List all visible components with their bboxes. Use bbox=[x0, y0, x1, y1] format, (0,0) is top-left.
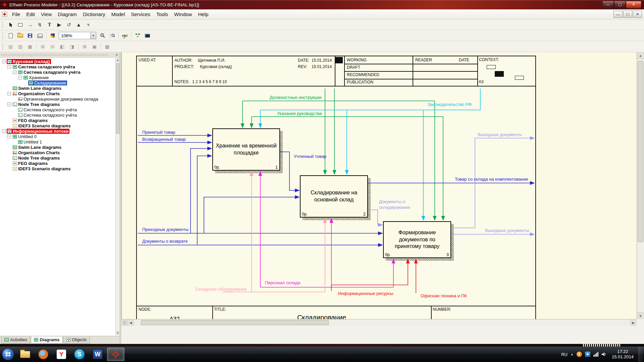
arrow-label[interactable]: Документы о складировании bbox=[379, 199, 417, 210]
arrow-label[interactable]: Возвращенный товар bbox=[142, 137, 186, 142]
maximize-button[interactable]: ▢ bbox=[614, 1, 626, 8]
activity-box-2[interactable]: Складирование на основной склад 0р. 2 bbox=[300, 175, 368, 218]
tab-objects[interactable]: Objects bbox=[63, 337, 90, 344]
scroll-thumb[interactable] bbox=[116, 63, 119, 134]
tree-item[interactable]: Система складского учёта bbox=[0, 112, 120, 118]
toolbar-grip[interactable] bbox=[2, 21, 4, 28]
triangle-up-icon[interactable]: ▲ bbox=[74, 20, 83, 29]
zoom-in-icon[interactable] bbox=[98, 32, 107, 40]
toolbar3-icon-3[interactable]: ▦ bbox=[25, 43, 35, 51]
toolbar-grip[interactable] bbox=[2, 32, 4, 39]
notification-icon[interactable]: i bbox=[577, 352, 582, 357]
taskbar-firefox[interactable] bbox=[35, 348, 52, 361]
start-button[interactable] bbox=[2, 348, 14, 360]
collapse-icon[interactable]: − bbox=[13, 70, 16, 74]
mechanism-arrows-red[interactable] bbox=[331, 259, 416, 293]
tree-item[interactable]: −Курсовая (склад) bbox=[0, 59, 120, 64]
menu-tools[interactable]: Tools bbox=[153, 10, 171, 19]
tree-item[interactable]: Node Tree diagrams bbox=[0, 155, 120, 161]
menu-help[interactable]: Help bbox=[195, 10, 211, 19]
color-palette-icon[interactable] bbox=[48, 32, 57, 40]
toolbar3-icon-5[interactable]: ⊟ bbox=[48, 43, 57, 51]
collapse-icon[interactable]: − bbox=[18, 76, 22, 79]
tab-diagrams[interactable]: Diagrams bbox=[31, 337, 62, 344]
toolbar3-icon-4[interactable]: ⊞ bbox=[38, 43, 47, 51]
menu-edit[interactable]: Edit bbox=[23, 10, 38, 19]
mdi-minimize-button[interactable]: — bbox=[613, 11, 623, 18]
diagram-canvas[interactable]: USED AT: AUTHOR: Щетников П.И. PROJECT: … bbox=[121, 52, 637, 319]
print-icon[interactable] bbox=[35, 32, 44, 40]
triangle-down-icon[interactable]: ▼ bbox=[84, 20, 93, 29]
arrow-label[interactable]: Выходные документы bbox=[478, 132, 522, 137]
arrow-label[interactable]: Законодательство РФ bbox=[427, 102, 472, 107]
tree-item[interactable]: −Organization Charts bbox=[0, 91, 120, 96]
collapse-icon[interactable]: − bbox=[7, 92, 11, 96]
collapse-icon[interactable]: − bbox=[7, 65, 11, 69]
tray-app-icon[interactable] bbox=[585, 352, 590, 357]
select-tool-icon[interactable] bbox=[6, 20, 15, 29]
vertical-scrollbar[interactable]: ▲ ▼ bbox=[637, 52, 644, 319]
menu-view[interactable]: View bbox=[38, 10, 55, 19]
tree-item[interactable]: FEO diagrams bbox=[0, 161, 120, 166]
collapse-icon[interactable]: − bbox=[2, 60, 6, 63]
activity-box-tool-icon[interactable] bbox=[16, 20, 25, 29]
display-options-icon[interactable] bbox=[143, 32, 152, 40]
taskbar-word[interactable]: W bbox=[89, 348, 106, 361]
document-arrows-lavender[interactable] bbox=[368, 138, 534, 234]
zoom-dropdown-icon[interactable]: ▼ bbox=[90, 32, 96, 39]
scroll-thumb[interactable] bbox=[638, 61, 643, 242]
network-icon[interactable] bbox=[593, 352, 598, 357]
tree-item[interactable]: −Система складского учёта bbox=[0, 69, 120, 75]
taskbar-explorer[interactable] bbox=[16, 348, 34, 361]
collapse-icon[interactable]: − bbox=[2, 129, 6, 133]
tray-expand-icon[interactable]: ▲ bbox=[571, 353, 574, 356]
menu-dictionary[interactable]: Dictionary bbox=[80, 10, 108, 19]
model-explorer-icon[interactable] bbox=[133, 32, 142, 40]
close-button[interactable]: ✕ bbox=[626, 1, 641, 8]
undo-icon[interactable]: ↺ bbox=[64, 20, 73, 29]
toolbar3-icon-10[interactable]: ▩ bbox=[103, 43, 112, 51]
tree-item[interactable]: −Система складского учёта bbox=[0, 64, 120, 69]
text-tool-icon[interactable]: T bbox=[45, 20, 54, 29]
menu-file[interactable]: File bbox=[9, 10, 23, 19]
scroll-thumb[interactable] bbox=[141, 320, 329, 325]
scroll-right-icon[interactable]: ▶ bbox=[630, 319, 637, 326]
horizontal-scrollbar[interactable]: ◀ ▶ bbox=[121, 319, 637, 326]
spellcheck-icon[interactable]: ABC✓ bbox=[120, 32, 129, 40]
scroll-up-icon[interactable]: ▲ bbox=[637, 52, 644, 59]
toolbar3-icon-8[interactable]: ⊠ bbox=[80, 43, 89, 51]
taskbar-skype[interactable]: S bbox=[71, 348, 88, 361]
scroll-up-icon[interactable]: ▲ bbox=[116, 58, 120, 62]
toolbar3-icon-6[interactable]: ◧ bbox=[58, 43, 67, 51]
tree-item[interactable]: −Node Tree diagrams bbox=[0, 102, 120, 107]
taskbar-erwin[interactable] bbox=[107, 348, 124, 361]
tree-item[interactable]: IDEF3 Scenario diagrams bbox=[0, 123, 120, 128]
scroll-down-icon[interactable]: ▼ bbox=[116, 331, 120, 335]
tree-item[interactable]: Swim Lane diagrams bbox=[0, 85, 120, 91]
tree-item[interactable]: FEO diagrams bbox=[0, 118, 120, 123]
squiggle-tool-icon[interactable]: ↯ bbox=[35, 20, 44, 29]
tree-item[interactable]: Swim Lane diagrams bbox=[0, 144, 120, 150]
open-file-icon[interactable] bbox=[16, 32, 25, 40]
arrow-label[interactable]: Принятый товар bbox=[142, 130, 175, 135]
collapse-icon[interactable]: − bbox=[7, 103, 11, 106]
menu-model[interactable]: Model bbox=[108, 10, 128, 19]
zoom-select[interactable]: 106% ▼ bbox=[59, 32, 96, 39]
arrow-label[interactable]: Указания руководства bbox=[277, 111, 322, 116]
toolbar-grip[interactable] bbox=[2, 43, 4, 50]
arrow-label[interactable]: Товар со склада на комплектование bbox=[455, 177, 528, 182]
arrow-label[interactable]: Персонал склада bbox=[265, 280, 300, 285]
scroll-down-icon[interactable]: ▼ bbox=[637, 312, 644, 319]
scroll-left-icon[interactable]: ◀ bbox=[127, 319, 134, 326]
arrow-label[interactable]: Складское оборудование bbox=[195, 287, 247, 292]
tree-item[interactable]: −Информационные потоки bbox=[0, 128, 120, 134]
splitter-handle[interactable] bbox=[121, 319, 127, 326]
collapse-icon[interactable]: − bbox=[7, 135, 11, 138]
menu-diagram[interactable]: Diagram bbox=[55, 10, 80, 19]
show-desktop-button[interactable] bbox=[639, 347, 643, 362]
tree-scrollbar[interactable]: ▲ ▼ bbox=[115, 58, 120, 335]
arrow-tool-icon[interactable]: → bbox=[25, 20, 35, 29]
tree-item[interactable]: Система складского учёта bbox=[0, 107, 120, 112]
minimize-button[interactable]: — bbox=[602, 1, 614, 8]
zoom-area-icon[interactable] bbox=[108, 32, 117, 40]
